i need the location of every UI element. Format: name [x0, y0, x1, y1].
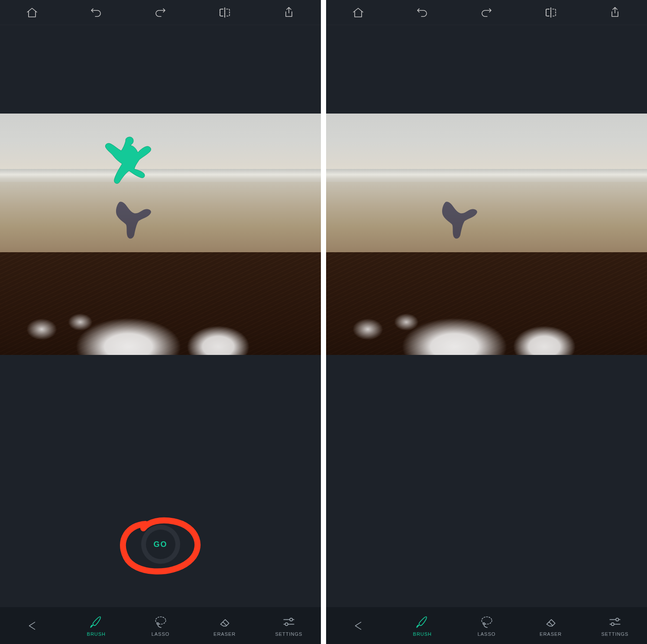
back-arrow-icon[interactable] [326, 607, 390, 644]
tool-eraser[interactable]: ERASER [519, 607, 583, 644]
go-button[interactable]: GO [141, 525, 180, 564]
tool-label: BRUSH [87, 631, 106, 637]
undo-icon[interactable] [84, 0, 109, 25]
tool-settings[interactable]: SETTINGS [583, 607, 647, 644]
share-icon[interactable] [602, 0, 628, 25]
editor-canvas[interactable] [326, 25, 647, 607]
right-screen: BRUSH LASSO ERASER SETTINGS [326, 0, 647, 644]
editor-canvas[interactable]: GO [0, 25, 321, 607]
compare-icon[interactable] [538, 0, 563, 25]
tool-label: LASSO [152, 631, 170, 637]
reflection [430, 200, 486, 244]
tool-eraser[interactable]: ERASER [193, 607, 257, 644]
home-icon[interactable] [19, 0, 45, 25]
tool-lasso[interactable]: LASSO [454, 607, 518, 644]
left-screen: GO BRUSH LASSO ERASER SETTINGS [0, 0, 321, 644]
screen-divider [321, 0, 326, 644]
redo-icon[interactable] [148, 0, 173, 25]
home-icon[interactable] [346, 0, 371, 25]
compare-icon[interactable] [212, 0, 237, 25]
photo [326, 114, 647, 355]
tool-label: ERASER [214, 631, 236, 637]
brush-highlight-overlay [104, 135, 160, 187]
tool-settings[interactable]: SETTINGS [257, 607, 321, 644]
tool-label: ERASER [540, 631, 562, 637]
bottom-toolbar: BRUSH LASSO ERASER SETTINGS [0, 607, 321, 644]
tool-lasso[interactable]: LASSO [128, 607, 192, 644]
redo-icon[interactable] [474, 0, 499, 25]
tool-brush[interactable]: BRUSH [390, 607, 454, 644]
undo-icon[interactable] [410, 0, 435, 25]
reflection [104, 200, 160, 244]
tool-brush[interactable]: BRUSH [64, 607, 128, 644]
tool-label: BRUSH [413, 631, 432, 637]
tool-label: LASSO [478, 631, 496, 637]
tool-label: SETTINGS [601, 631, 628, 637]
tool-label: SETTINGS [275, 631, 302, 637]
top-toolbar [0, 0, 321, 25]
back-arrow-icon[interactable] [0, 607, 64, 644]
share-icon[interactable] [276, 0, 301, 25]
photo [0, 114, 321, 355]
bottom-toolbar: BRUSH LASSO ERASER SETTINGS [326, 607, 647, 644]
top-toolbar [326, 0, 647, 25]
go-label: GO [153, 540, 167, 549]
